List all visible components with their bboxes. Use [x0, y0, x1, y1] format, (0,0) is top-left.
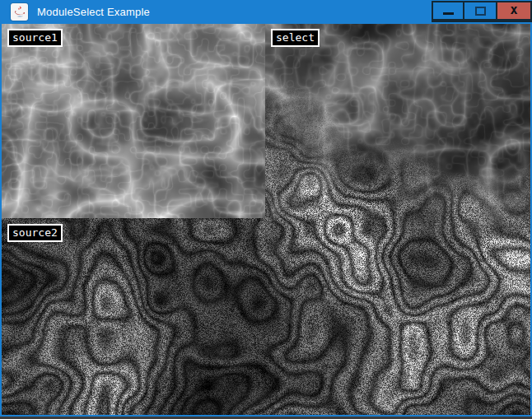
label-source1: source1: [7, 29, 63, 47]
label-source2: source2: [7, 224, 63, 242]
noise-canvas: [2, 24, 530, 415]
label-select: select: [271, 29, 320, 47]
maximize-button[interactable]: [464, 2, 496, 19]
window-title: ModuleSelect Example: [37, 6, 150, 18]
render-area: source1 select source2: [2, 24, 530, 415]
close-button[interactable]: x: [497, 2, 530, 19]
window-controls: x: [432, 1, 532, 22]
minimize-button[interactable]: [433, 2, 463, 19]
java-coffee-cup-icon: [11, 3, 28, 21]
app-window: ModuleSelect Example x source1 select so…: [0, 0, 532, 417]
minimize-icon: [443, 12, 454, 15]
java-logo: [12, 5, 26, 19]
maximize-icon: [475, 7, 486, 16]
close-icon: x: [510, 4, 517, 16]
titlebar[interactable]: ModuleSelect Example x: [0, 0, 532, 24]
screen: ModuleSelect Example x source1 select so…: [0, 0, 532, 419]
